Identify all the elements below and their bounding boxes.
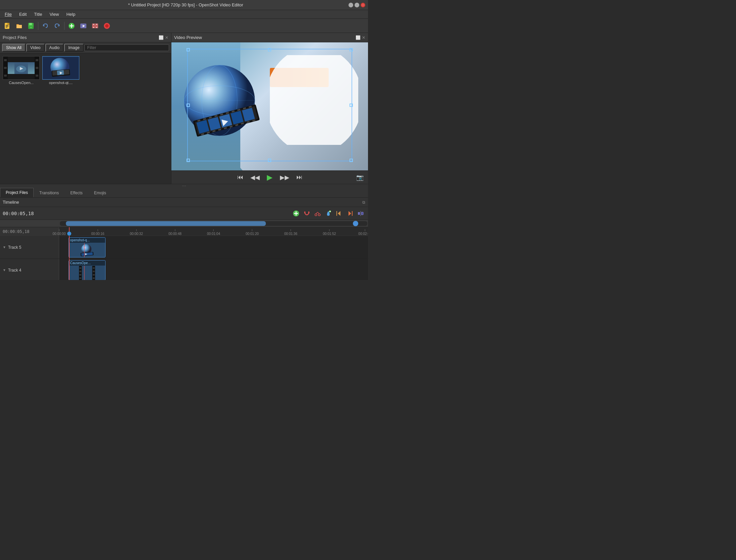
add-track-button[interactable]	[291, 209, 301, 218]
vertical-drag-handle[interactable]	[0, 184, 368, 187]
track-5-clip[interactable]: openshot-q...	[69, 237, 106, 257]
preview-controls-wrapper: ⏮ ◀◀ ▶ ▶▶ ⏭ 📷	[171, 170, 368, 184]
minimize-button[interactable]	[349, 3, 353, 7]
file-item[interactable]: openshot-qt....	[42, 56, 79, 85]
project-files-panel: Project Files ⬜ ✕ Show All Video Audio I…	[0, 33, 171, 184]
save-button[interactable]	[26, 21, 36, 31]
project-files-close-icon[interactable]: ✕	[165, 35, 168, 40]
track-5-header: ▼ Track 5	[0, 236, 59, 258]
timeline-title: Timeline	[3, 200, 19, 205]
magnet-button[interactable]	[302, 209, 312, 218]
track-4-label: Track 4	[8, 268, 22, 273]
center-clips-button[interactable]	[356, 209, 365, 218]
file-item[interactable]: CausesOpen...	[3, 56, 40, 85]
fullscreen-button[interactable]	[90, 21, 100, 31]
timeline-timestamp: 00:00:05,18	[3, 211, 34, 216]
close-button[interactable]	[361, 3, 365, 7]
svg-rect-14	[92, 24, 98, 28]
ruler-track-label: 00:00:05,18	[0, 227, 59, 236]
svg-line-66	[316, 212, 318, 214]
tab-transitions[interactable]: Transitions	[34, 188, 65, 197]
maximize-button[interactable]	[355, 3, 359, 7]
preview-mode-button[interactable]	[78, 21, 89, 31]
file-name: CausesOpen...	[9, 81, 33, 85]
timeline-snap-icon: ⧉	[362, 200, 365, 205]
undo-button[interactable]	[40, 21, 51, 31]
rewind-button[interactable]: ◀◀	[250, 172, 260, 183]
timeline-tracks: ▼ Track 5 openshot-q...	[0, 236, 368, 280]
open-button[interactable]	[14, 21, 25, 31]
preview-close-icon[interactable]: ✕	[362, 35, 365, 40]
track-4-content[interactable]: CausesOpe...	[59, 259, 368, 280]
screenshot-button[interactable]: 📷	[355, 172, 365, 183]
track-4: ▼ Track 4 CausesOpe...	[0, 259, 368, 280]
ruler-timestamp: 00:00:05,18	[3, 229, 29, 234]
skip-to-start-button[interactable]: ⏮	[235, 172, 246, 183]
filter-video[interactable]: Video	[26, 44, 44, 52]
redo-button[interactable]	[52, 21, 63, 31]
ruler-mark-5: 00:01:20	[246, 229, 259, 236]
menu-title[interactable]: Title	[31, 11, 45, 17]
timeline-scroll-track[interactable]	[60, 221, 367, 226]
track-4-clip[interactable]: CausesOpe...	[69, 260, 106, 280]
video-preview-panel: Video Preview ⬜ ✕	[171, 33, 368, 184]
track-4-chevron[interactable]: ▼	[3, 268, 6, 272]
ruler-marks: 00:00:00 00:00:16 00:00:32 00:00:48 00:0…	[59, 227, 368, 236]
ruler-playhead	[69, 227, 70, 236]
play-button[interactable]: ▶	[264, 172, 275, 183]
filter-audio[interactable]: Audio	[45, 44, 64, 52]
svg-rect-90	[93, 267, 95, 269]
svg-point-16	[105, 24, 109, 28]
import-button[interactable]	[66, 21, 77, 31]
filmstrip-hole	[36, 59, 38, 61]
svg-marker-73	[349, 211, 351, 216]
record-button[interactable]	[101, 21, 112, 31]
toolbar	[0, 19, 368, 33]
project-files-expand-icon[interactable]: ⬜	[159, 35, 164, 40]
svg-rect-76	[361, 212, 363, 215]
track-5-content[interactable]: openshot-q...	[59, 236, 368, 258]
menu-help[interactable]: Help	[63, 11, 79, 17]
filter-show-all[interactable]: Show All	[2, 44, 26, 52]
align-left-button[interactable]	[334, 209, 344, 218]
tab-emojis[interactable]: Emojis	[88, 188, 112, 197]
timeline-content: 00:00:05,18 00:00:00 00:00:16 00:00:32 0…	[0, 227, 368, 280]
tab-effects[interactable]: Effects	[65, 188, 88, 197]
project-files-title: Project Files	[3, 35, 27, 40]
menubar: File Edit Title View Help	[0, 10, 368, 19]
filter-input[interactable]	[84, 44, 169, 51]
track-5-chevron[interactable]: ▼	[3, 245, 6, 249]
align-right-button[interactable]	[345, 209, 355, 218]
svg-rect-8	[30, 27, 32, 28]
clip-thumbnail-2	[69, 266, 105, 280]
clip-label-2: CausesOpe...	[69, 261, 105, 266]
menu-edit[interactable]: Edit	[16, 11, 30, 17]
playhead-marker[interactable]	[67, 232, 71, 236]
fast-forward-button[interactable]: ▶▶	[279, 172, 290, 183]
timeline-section: Timeline ⧉ 00:00:05,18	[0, 198, 368, 280]
filmstrip-hole	[4, 59, 7, 61]
ruler-mark-1: 00:00:16	[91, 229, 104, 236]
main-top-area: Project Files ⬜ ✕ Show All Video Audio I…	[0, 33, 368, 184]
timeline-scroll-dot[interactable]	[353, 221, 358, 226]
ruler-mark-2: 00:00:32	[130, 229, 143, 236]
filmstrip-hole	[4, 75, 7, 77]
svg-marker-71	[338, 211, 340, 216]
menu-file[interactable]: File	[1, 11, 15, 17]
cut-button[interactable]	[313, 209, 322, 218]
tab-project-files[interactable]: Project Files	[0, 188, 34, 197]
water-drop-button[interactable]	[324, 209, 333, 218]
svg-rect-92	[93, 274, 95, 276]
track-5: ▼ Track 5 openshot-q...	[0, 236, 368, 259]
preview-screen	[171, 42, 368, 170]
clip-label: openshot-q...	[69, 238, 105, 243]
filter-image[interactable]: Image	[64, 44, 83, 52]
new-button[interactable]	[2, 21, 13, 31]
ruler-mark-7: 00:01:52	[323, 229, 336, 236]
svg-rect-91	[93, 271, 95, 272]
skip-to-end-button[interactable]: ⏭	[294, 172, 305, 183]
timeline-scroll-thumb[interactable]	[66, 221, 266, 226]
preview-controls: ⏮ ◀◀ ▶ ▶▶ ⏭ 📷	[171, 170, 368, 184]
preview-expand-icon[interactable]: ⬜	[356, 35, 361, 40]
menu-view[interactable]: View	[46, 11, 62, 17]
